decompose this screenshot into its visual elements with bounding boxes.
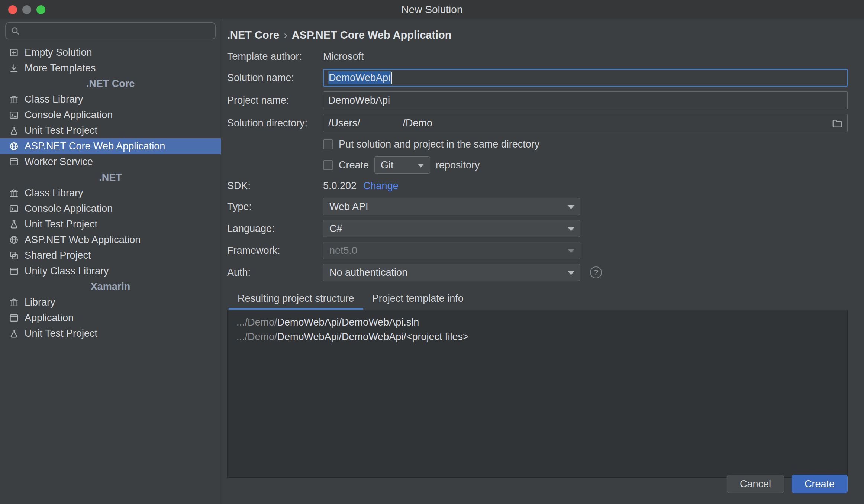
chevron-down-icon bbox=[568, 227, 574, 231]
zoom-window-button[interactable] bbox=[36, 5, 45, 14]
sidebar-item-aspnet-core-web-application[interactable]: ASP.NET Core Web Application bbox=[0, 138, 221, 154]
auth-label: Auth: bbox=[227, 267, 323, 278]
cancel-button[interactable]: Cancel bbox=[727, 475, 784, 493]
close-window-button[interactable] bbox=[8, 5, 17, 14]
web-application-icon bbox=[9, 141, 19, 151]
chevron-down-icon bbox=[418, 164, 424, 168]
sidebar-item-console-application-net[interactable]: Console Application bbox=[0, 201, 221, 216]
dialog-buttons: Cancel Create bbox=[727, 475, 848, 493]
solution-directory-suffix: /Demo bbox=[403, 117, 433, 129]
window-titlebar: New Solution bbox=[0, 0, 864, 19]
tab-resulting-project-structure[interactable]: Resulting project structure bbox=[229, 289, 363, 310]
web-application-icon bbox=[9, 235, 19, 245]
console-application-icon bbox=[9, 110, 19, 120]
chevron-down-icon bbox=[568, 249, 574, 253]
chevron-down-icon bbox=[568, 205, 574, 209]
solution-name-value: DemoWebApi bbox=[328, 71, 391, 84]
project-name-value: DemoWebApi bbox=[328, 95, 390, 106]
class-library-icon bbox=[9, 94, 19, 104]
framework-label: Framework: bbox=[227, 245, 323, 256]
language-value: C# bbox=[329, 223, 342, 235]
sidebar-item-application-xamarin[interactable]: Application bbox=[0, 310, 221, 326]
unity-class-library-icon bbox=[9, 266, 19, 276]
application-icon bbox=[9, 313, 19, 323]
text-caret bbox=[391, 72, 392, 84]
sidebar-section-net-core: .NET Core bbox=[0, 76, 221, 91]
vcs-dropdown[interactable]: Git bbox=[374, 156, 430, 174]
search-input[interactable] bbox=[24, 25, 210, 37]
create-repository-checkbox[interactable] bbox=[323, 160, 333, 170]
sidebar-item-class-library-net[interactable]: Class Library bbox=[0, 185, 221, 201]
solution-name-input[interactable]: DemoWebApi bbox=[323, 69, 848, 87]
sidebar-item-more-templates[interactable]: More Templates bbox=[0, 60, 221, 76]
solution-directory-prefix: /Users/ bbox=[328, 117, 360, 129]
window-title: New Solution bbox=[402, 4, 463, 16]
sdk-change-link[interactable]: Change bbox=[363, 180, 399, 192]
auth-value: No authentication bbox=[329, 267, 407, 278]
breadcrumb-template: ASP.NET Core Web Application bbox=[292, 29, 452, 41]
type-value: Web API bbox=[329, 201, 368, 213]
framework-dropdown: net5.0 bbox=[323, 242, 580, 259]
unit-test-icon bbox=[9, 219, 19, 229]
breadcrumb-separator: › bbox=[284, 29, 287, 41]
framework-value: net5.0 bbox=[329, 245, 357, 256]
result-tabs: Resulting project structure Project temp… bbox=[227, 289, 848, 310]
shared-project-icon bbox=[9, 251, 19, 261]
solution-name-label: Solution name: bbox=[227, 72, 323, 84]
same-directory-checkbox-label: Put solution and project in the same dir… bbox=[339, 139, 539, 150]
same-directory-checkbox[interactable] bbox=[323, 139, 333, 149]
help-icon[interactable]: ? bbox=[590, 266, 602, 278]
repository-label: repository bbox=[436, 159, 480, 171]
sidebar-item-aspnet-web-application[interactable]: ASP.NET Web Application bbox=[0, 232, 221, 248]
type-dropdown[interactable]: Web API bbox=[323, 198, 580, 215]
console-application-icon bbox=[9, 204, 19, 214]
minimize-window-button bbox=[22, 5, 31, 14]
sidebar-item-unity-class-library[interactable]: Unity Class Library bbox=[0, 263, 221, 279]
empty-solution-icon bbox=[9, 48, 19, 58]
breadcrumb-category: .NET Core bbox=[227, 29, 279, 41]
template-search-box[interactable] bbox=[5, 22, 216, 39]
tab-project-template-info[interactable]: Project template info bbox=[363, 289, 473, 310]
worker-service-icon bbox=[9, 157, 19, 167]
breadcrumb: .NET Core › ASP.NET Core Web Application bbox=[227, 28, 848, 42]
create-button[interactable]: Create bbox=[792, 475, 848, 493]
sidebar-item-class-library-netcore[interactable]: Class Library bbox=[0, 91, 221, 107]
project-structure-preview: .../Demo/DemoWebApi/DemoWebApi.sln .../D… bbox=[227, 310, 848, 478]
unit-test-icon bbox=[9, 329, 19, 339]
sidebar-item-unit-test-project-netcore[interactable]: Unit Test Project bbox=[0, 123, 221, 138]
search-icon bbox=[10, 26, 20, 36]
sidebar-section-net: .NET bbox=[0, 169, 221, 185]
language-label: Language: bbox=[227, 223, 323, 235]
sidebar-item-unit-test-project-xamarin[interactable]: Unit Test Project bbox=[0, 326, 221, 341]
more-templates-icon bbox=[9, 63, 19, 73]
project-name-input[interactable]: DemoWebApi bbox=[323, 91, 848, 109]
create-repository-label: Create bbox=[339, 159, 369, 171]
template-author-value: Microsoft bbox=[323, 51, 364, 62]
auth-dropdown[interactable]: No authentication bbox=[323, 264, 580, 281]
sidebar-section-xamarin: Xamarin bbox=[0, 279, 221, 294]
preview-line2-file: DemoWebApi/DemoWebApi/<project files> bbox=[277, 331, 469, 342]
solution-directory-input[interactable]: /Users/ /Demo bbox=[323, 114, 848, 132]
preview-line1-path: .../Demo/ bbox=[236, 317, 277, 328]
project-name-label: Project name: bbox=[227, 95, 323, 106]
preview-line1-file: DemoWebApi/DemoWebApi.sln bbox=[277, 317, 419, 328]
solution-directory-redacted bbox=[360, 117, 403, 129]
sidebar-item-shared-project[interactable]: Shared Project bbox=[0, 248, 221, 263]
solution-directory-label: Solution directory: bbox=[227, 117, 323, 129]
sidebar-item-unit-test-project-net[interactable]: Unit Test Project bbox=[0, 216, 221, 232]
preview-line2-path: .../Demo/ bbox=[236, 331, 277, 342]
library-icon bbox=[9, 297, 19, 307]
class-library-icon bbox=[9, 188, 19, 198]
sidebar-item-worker-service[interactable]: Worker Service bbox=[0, 154, 221, 169]
sidebar-item-console-application-netcore[interactable]: Console Application bbox=[0, 107, 221, 123]
sdk-label: SDK: bbox=[227, 180, 323, 192]
browse-directory-button[interactable] bbox=[832, 118, 843, 129]
language-dropdown[interactable]: C# bbox=[323, 220, 580, 237]
template-sidebar: Empty Solution More Templates .NET Core … bbox=[0, 19, 221, 504]
sidebar-item-library-xamarin[interactable]: Library bbox=[0, 294, 221, 310]
folder-icon bbox=[832, 118, 843, 129]
new-solution-form-panel: .NET Core › ASP.NET Core Web Application… bbox=[221, 19, 864, 504]
sidebar-item-empty-solution[interactable]: Empty Solution bbox=[0, 45, 221, 60]
traffic-lights bbox=[8, 5, 45, 14]
template-author-label: Template author: bbox=[227, 51, 323, 62]
